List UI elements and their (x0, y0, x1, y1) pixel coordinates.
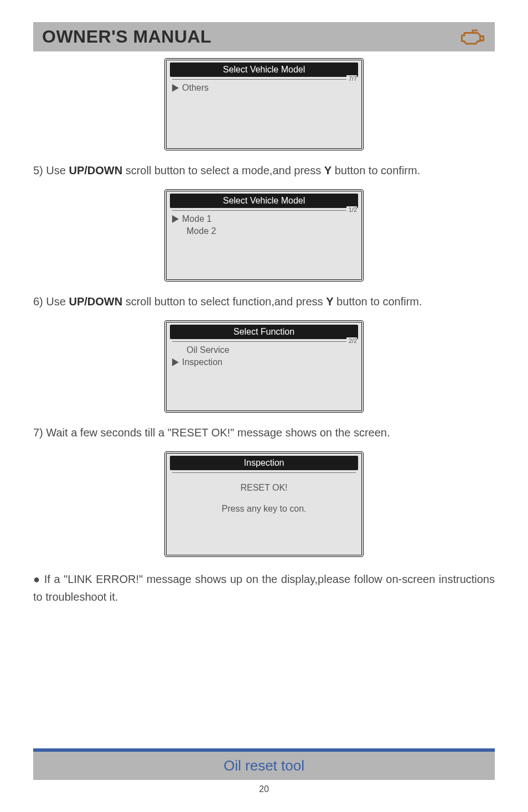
menu-item-label: Inspection (182, 357, 222, 367)
engine-icon (459, 27, 486, 47)
device-screen-select-function: Select Function 2/2 Oil Service Inspecti… (164, 320, 364, 413)
menu-item-label: Mode 1 (182, 214, 211, 224)
menu-item-oil-service[interactable]: Oil Service (172, 344, 356, 356)
footer-bar: Oil reset tool (33, 748, 495, 780)
footer-title: Oil reset tool (224, 757, 304, 774)
instruction-step-6: 6) Use UP/DOWN scroll button to select f… (33, 293, 495, 310)
page-indicator: 2/2 (346, 337, 357, 344)
menu-item-mode1[interactable]: Mode 1 (172, 213, 356, 225)
screen-title: Inspection (170, 456, 358, 470)
screen-title: Select Vehicle Model (170, 63, 358, 77)
screen-title: Select Vehicle Model (170, 194, 358, 208)
page-title: OWNER'S MANUAL (42, 27, 211, 47)
menu-item-mode2[interactable]: Mode 2 (172, 225, 356, 237)
device-screen-select-model-modes: Select Vehicle Model 1/2 Mode 1 Mode 2 (164, 189, 364, 282)
pointer-icon (172, 215, 179, 223)
menu-item-label: Mode 2 (187, 226, 216, 236)
menu-item-label: Others (182, 83, 209, 93)
menu-item-inspection[interactable]: Inspection (172, 356, 356, 368)
page-indicator: 7/7 (346, 75, 357, 82)
pointer-icon (172, 84, 179, 92)
page-footer: Oil reset tool 20 (33, 748, 495, 794)
instruction-step-7: 7) Wait a few seconds till a "RESET OK!"… (33, 424, 495, 441)
note-link-error: ● If a "LINK ERROR!" message shows up on… (33, 570, 495, 606)
menu-item-label: Oil Service (187, 345, 229, 355)
instruction-step-5: 5) Use UP/DOWN scroll button to select a… (33, 162, 495, 179)
status-message: RESET OK! (240, 483, 287, 493)
menu-item-others[interactable]: Others (172, 82, 356, 94)
svg-rect-0 (480, 36, 484, 40)
pointer-icon (172, 358, 179, 366)
screen-title: Select Function (170, 325, 358, 339)
prompt-message: Press any key to con. (222, 504, 307, 514)
header-bar: OWNER'S MANUAL (33, 22, 495, 51)
device-screen-select-model-others: Select Vehicle Model 7/7 Others (164, 58, 364, 150)
page-number: 20 (33, 784, 495, 794)
device-screen-inspection-result: Inspection RESET OK! Press any key to co… (164, 451, 364, 557)
page-indicator: 1/2 (346, 206, 357, 213)
